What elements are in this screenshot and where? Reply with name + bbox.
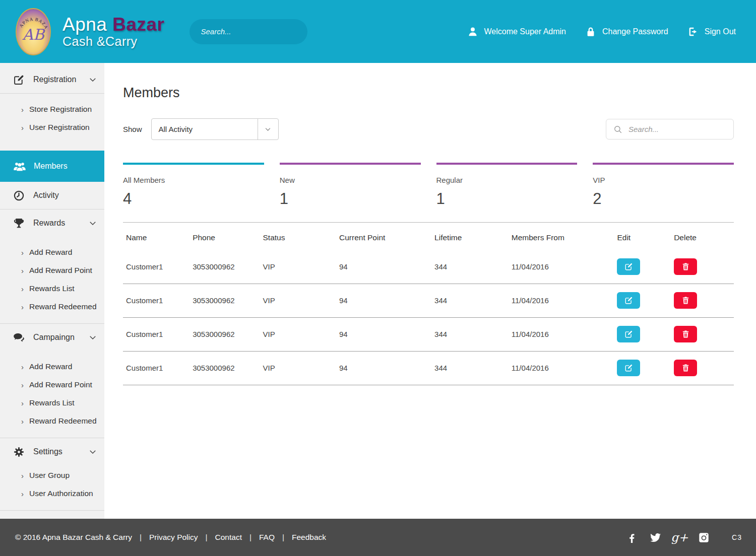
sidebar-subitem-reward-redeemed[interactable]: › Reward Redeemed [0,412,104,430]
edit-icon [624,330,633,338]
chevron-right-icon: › [21,266,24,275]
cell-name: Customer1 [123,250,193,284]
column-header-members-from: Members From [512,223,617,250]
edit-button[interactable] [617,326,640,342]
copyright-text: © 2016 Apna Bazar Cash & Carry [15,533,132,542]
stat-label: VIP [593,176,734,184]
delete-button[interactable] [674,326,697,342]
column-header-lifetime: Lifetime [434,223,512,250]
column-header-status: Status [263,223,340,250]
brand-name-first: Apna [62,14,107,35]
sidebar-item-label: Rewards [33,219,65,228]
welcome-admin-menu[interactable]: Welcome Super Admin [467,26,566,37]
contact-link[interactable]: Contact [215,533,242,542]
cell-current-point: 94 [339,250,434,284]
edit-icon [624,364,633,372]
registration-submenu: › Store Registration › User Registration [0,94,104,144]
stat-all-members[interactable]: All Members 4 [123,163,264,208]
sidebar-subitem-label: Add Reward Point [29,380,92,389]
sidebar-item-campaign[interactable]: Campaingn [0,324,104,351]
sidebar-subitem-add-reward-point[interactable]: › Add Reward Point [0,376,104,394]
edit-button[interactable] [617,292,640,309]
global-search-input[interactable] [201,27,302,36]
c3-badge: C3 [732,533,742,541]
google-plus-icon[interactable]: g+ [674,532,685,543]
sidebar-subitem-add-reward[interactable]: › Add Reward [0,243,104,261]
brand-name-second: Bazar [112,14,164,35]
cell-current-point: 94 [339,351,434,385]
chevron-right-icon: › [21,105,24,114]
brand-logo[interactable]: APNA BAZAR AB [15,8,51,56]
stat-vip[interactable]: VIP 2 [593,163,734,208]
delete-button[interactable] [674,360,697,376]
cell-lifetime: 344 [434,351,512,385]
sidebar-subitem-user-authorization[interactable]: › User Authorization [0,484,104,503]
rewards-submenu: › Add Reward › Add Reward Point › Reward… [0,237,104,323]
activity-filter-select[interactable]: All Activity [151,118,279,140]
chevron-down-icon [258,119,278,140]
separator: | [206,533,208,542]
edit-button[interactable] [617,360,640,376]
table-header-row: Name Phone Status Current Point Lifetime… [123,223,734,250]
chat-icon [13,332,25,343]
sidebar-item-rewards[interactable]: Rewards [0,210,104,237]
change-password-link[interactable]: Change Password [585,26,668,37]
sidebar-item-members[interactable]: Members [0,151,104,182]
sidebar-item-settings[interactable]: Settings [0,438,104,465]
stat-new[interactable]: New 1 [280,163,421,208]
facebook-icon[interactable] [626,532,637,543]
sidebar-subitem-label: Add Reward Point [29,266,92,275]
delete-button[interactable] [674,292,697,309]
sidebar-subitem-label: Store Registration [29,105,92,114]
sign-out-link[interactable]: Sign Out [687,26,736,37]
privacy-policy-link[interactable]: Privacy Policy [149,533,198,542]
sidebar-item-registration[interactable]: Registration [0,66,104,93]
sidebar-subitem-label: Reward Redeemed [29,302,97,311]
sidebar-subitem-reward-redeemed[interactable]: › Reward Redeemed [0,298,104,316]
sidebar-subitem-store-registration[interactable]: › Store Registration [0,100,104,118]
table-row: Customer1 3053000962 VIP 94 344 11/04/20… [123,351,734,385]
twitter-icon[interactable] [650,532,661,543]
users-icon [13,161,26,172]
stat-label: Regular [436,176,578,184]
sidebar-subitem-user-registration[interactable]: › User Registration [0,118,104,136]
page: APNA BAZAR AB Apna Bazar Cash &Carry [0,0,756,556]
sidebar-subitem-add-reward[interactable]: › Add Reward [0,358,104,376]
sidebar-subitem-label: Reward Redeemed [29,416,97,426]
sidebar-item-promotions[interactable]: Promotions [0,511,104,519]
column-header-delete: Delete [674,223,734,250]
feedback-link[interactable]: Feedback [292,533,326,542]
trash-icon [681,364,690,372]
svg-text:AB: AB [22,26,45,43]
sidebar-item-label: Campaingn [33,333,75,342]
cell-phone: 3053000962 [193,250,263,284]
edit-button[interactable] [617,258,640,275]
page-title: Members [123,85,734,101]
sidebar-subitem-label: User Registration [29,123,90,132]
chevron-right-icon: › [21,248,24,257]
stat-regular[interactable]: Regular 1 [436,163,578,208]
campaign-submenu: › Add Reward › Add Reward Point › Reward… [0,351,104,438]
sidebar-subitem-user-group[interactable]: › User Group [0,466,104,484]
members-search-input[interactable] [628,125,730,133]
settings-submenu: › User Group › User Authorization [0,465,104,510]
brand-name: Apna Bazar [62,15,164,35]
trash-icon [681,330,690,338]
search-icon [613,125,622,134]
cell-phone: 3053000962 [193,351,263,385]
edit-icon [624,262,633,271]
social-links: g+ C3 [626,532,742,543]
sidebar-subitem-rewards-list[interactable]: › Rewards List [0,394,104,412]
faq-link[interactable]: FAQ [259,533,275,542]
chevron-right-icon: › [21,490,24,498]
sidebar: Registration › Store Registration › User… [0,63,104,519]
cell-name: Customer1 [123,317,193,351]
brand-logo-image: APNA BAZAR AB [15,8,51,56]
members-table: Name Phone Status Current Point Lifetime… [123,222,734,385]
instagram-icon[interactable] [699,532,709,543]
sidebar-subitem-add-reward-point[interactable]: › Add Reward Point [0,261,104,280]
sidebar-subitem-rewards-list[interactable]: › Rewards List [0,280,104,298]
sidebar-item-activity[interactable]: Activity [0,182,104,209]
main-content: Members Show All Activity All Membe [104,63,756,519]
delete-button[interactable] [674,258,697,275]
